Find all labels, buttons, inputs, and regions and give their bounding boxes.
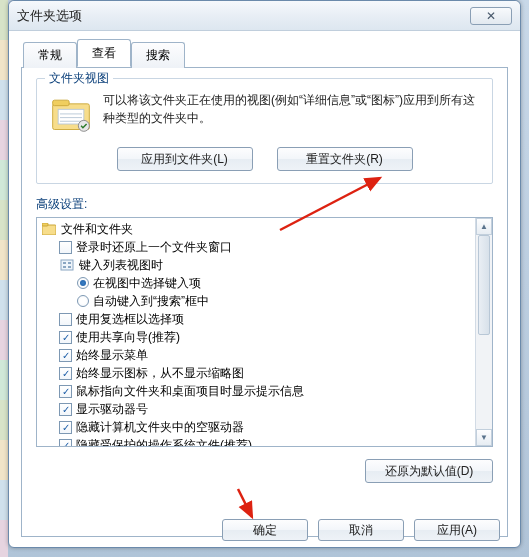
tree-item-label: 隐藏受保护的操作系统文件(推荐): [76, 437, 252, 447]
tree-item[interactable]: 自动键入到“搜索”框中: [41, 292, 488, 310]
tab-view[interactable]: 查看: [77, 39, 131, 67]
tab-panel-view: 文件夹视图 可以将该文件夹正在使用的视图(例如“详细信息”或“图标”)应用到所有…: [21, 67, 508, 537]
svg-rect-10: [63, 262, 66, 264]
checkbox-icon[interactable]: ✓: [59, 385, 72, 398]
apply-button[interactable]: 应用(A): [414, 519, 500, 541]
tree-root[interactable]: 文件和文件夹: [41, 220, 488, 238]
svg-rect-11: [68, 262, 71, 264]
tree-item[interactable]: ✓使用复选框以选择项: [41, 310, 488, 328]
tree-item[interactable]: ✓隐藏受保护的操作系统文件(推荐): [41, 436, 488, 446]
tree-item[interactable]: ✓使用共享向导(推荐): [41, 328, 488, 346]
scrollbar[interactable]: ▲ ▼: [475, 218, 492, 446]
window-title: 文件夹选项: [17, 7, 470, 25]
tree-item[interactable]: ✓始终显示菜单: [41, 346, 488, 364]
group-icon: [59, 258, 75, 272]
tree-item[interactable]: 键入列表视图时: [41, 256, 488, 274]
folder-icon: [41, 222, 57, 236]
tree-item[interactable]: ✓登录时还原上一个文件夹窗口: [41, 238, 488, 256]
radio-icon[interactable]: [77, 295, 89, 307]
cancel-button[interactable]: 取消: [318, 519, 404, 541]
checkbox-icon[interactable]: ✓: [59, 349, 72, 362]
checkbox-icon[interactable]: ✓: [59, 439, 72, 447]
close-icon: ✕: [486, 9, 496, 23]
groupbox-title: 文件夹视图: [45, 70, 113, 87]
background-strip: [0, 0, 8, 557]
reset-folders-button[interactable]: 重置文件夹(R): [277, 147, 413, 171]
svg-rect-13: [68, 266, 71, 268]
advanced-settings-label: 高级设置:: [36, 196, 493, 213]
checkbox-icon[interactable]: ✓: [59, 241, 72, 254]
tree-item-label: 鼠标指向文件夹和桌面项目时显示提示信息: [76, 383, 304, 400]
checkbox-icon[interactable]: ✓: [59, 421, 72, 434]
checkbox-icon[interactable]: ✓: [59, 367, 72, 380]
tree-item[interactable]: ✓始终显示图标，从不显示缩略图: [41, 364, 488, 382]
tab-search[interactable]: 搜索: [131, 42, 185, 68]
svg-rect-12: [63, 266, 66, 268]
tree-item-label: 使用共享向导(推荐): [76, 329, 180, 346]
tree-item-label: 键入列表视图时: [79, 257, 163, 274]
tree-item-label: 在视图中选择键入项: [93, 275, 201, 292]
folder-options-dialog: 文件夹选项 ✕ 常规 查看 搜索 文件夹视图: [8, 0, 521, 548]
scroll-up-button[interactable]: ▲: [476, 218, 492, 235]
ok-button[interactable]: 确定: [222, 519, 308, 541]
tree-item-label: 登录时还原上一个文件夹窗口: [76, 239, 232, 256]
scroll-track[interactable]: [476, 235, 492, 429]
tree-item-label: 始终显示菜单: [76, 347, 148, 364]
tree-item[interactable]: 在视图中选择键入项: [41, 274, 488, 292]
folder-view-groupbox: 文件夹视图 可以将该文件夹正在使用的视图(例如“详细信息”或“图标”)应用到所有…: [36, 78, 493, 184]
tree-item-label: 显示驱动器号: [76, 401, 148, 418]
tree-root-label: 文件和文件夹: [61, 221, 133, 238]
tree-item[interactable]: ✓显示驱动器号: [41, 400, 488, 418]
tree-item-label: 始终显示图标，从不显示缩略图: [76, 365, 244, 382]
checkbox-icon[interactable]: ✓: [59, 331, 72, 344]
checkbox-icon[interactable]: ✓: [59, 403, 72, 416]
advanced-settings-tree: 文件和文件夹 ✓登录时还原上一个文件夹窗口键入列表视图时在视图中选择键入项自动键…: [36, 217, 493, 447]
radio-icon[interactable]: [77, 277, 89, 289]
restore-defaults-button[interactable]: 还原为默认值(D): [365, 459, 493, 483]
groupbox-description: 可以将该文件夹正在使用的视图(例如“详细信息”或“图标”)应用到所有这种类型的文…: [103, 89, 482, 137]
tree-item[interactable]: ✓鼠标指向文件夹和桌面项目时显示提示信息: [41, 382, 488, 400]
titlebar[interactable]: 文件夹选项 ✕: [9, 1, 520, 31]
tree-item-label: 使用复选框以选择项: [76, 311, 184, 328]
svg-rect-9: [61, 260, 73, 270]
svg-rect-1: [53, 100, 69, 106]
scroll-down-button[interactable]: ▼: [476, 429, 492, 446]
apply-to-folders-button[interactable]: 应用到文件夹(L): [117, 147, 253, 171]
svg-rect-8: [42, 223, 48, 226]
tab-general[interactable]: 常规: [23, 42, 77, 68]
tree-item[interactable]: ✓隐藏计算机文件夹中的空驱动器: [41, 418, 488, 436]
checkbox-icon[interactable]: ✓: [59, 313, 72, 326]
close-button[interactable]: ✕: [470, 7, 512, 25]
scroll-thumb[interactable]: [478, 235, 490, 335]
dialog-buttons: 确定 取消 应用(A): [222, 519, 500, 541]
tree-item-label: 自动键入到“搜索”框中: [93, 293, 209, 310]
tabstrip: 常规 查看 搜索: [23, 43, 508, 67]
folder-view-icon: [47, 89, 95, 137]
tree-item-label: 隐藏计算机文件夹中的空驱动器: [76, 419, 244, 436]
